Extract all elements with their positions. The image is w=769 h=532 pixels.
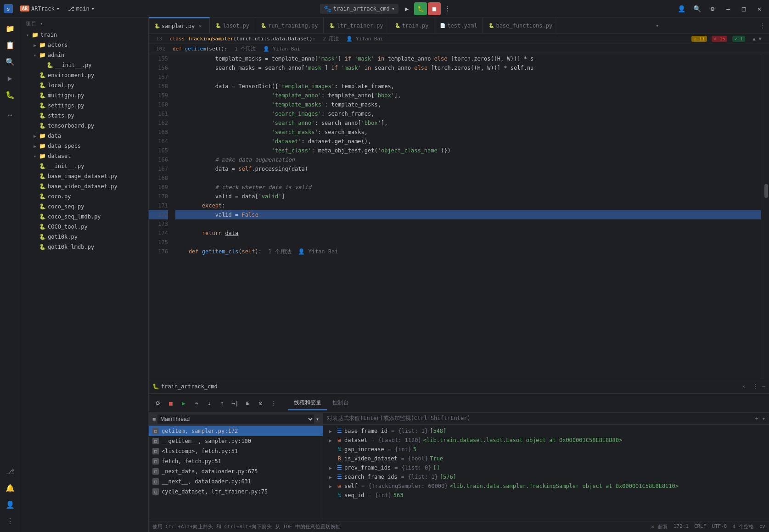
- debug-tab-threads[interactable]: 线程和变量: [288, 396, 327, 410]
- tab-more[interactable]: ▾: [652, 22, 662, 29]
- expand-search[interactable]: ▶: [327, 475, 334, 480]
- tree-item-admin[interactable]: ▾ 📁 admin: [20, 50, 148, 60]
- more-debug-btn[interactable]: ⋮: [268, 398, 279, 409]
- tree-item-actors[interactable]: ▶ 📁 actors: [20, 40, 148, 50]
- tab-sampler[interactable]: 🐍 sampler.py ✕: [149, 17, 210, 34]
- expand-prev[interactable]: ▶: [327, 465, 334, 470]
- sidebar-icon-find[interactable]: 🔍: [3, 54, 17, 69]
- add-watch-btn[interactable]: +: [755, 415, 758, 422]
- minimize-button[interactable]: —: [722, 3, 734, 15]
- var-dataset[interactable]: ▶ ⊞ dataset = {Lasot: 1120} <lib.train.d…: [323, 436, 769, 445]
- thread-selector[interactable]: MainThread: [157, 414, 314, 424]
- status-indent[interactable]: 4 个空格: [733, 523, 754, 530]
- sidebar-icon-more2[interactable]: ⋮: [3, 514, 17, 528]
- debug-tab-console[interactable]: 控制台: [327, 396, 354, 410]
- eval-settings-btn[interactable]: ▾: [762, 415, 765, 422]
- frame-item-5[interactable]: □ __next__, dataloader.py:631: [149, 476, 323, 487]
- stop-button[interactable]: ■: [428, 2, 441, 15]
- run-button[interactable]: ▶: [400, 2, 413, 15]
- frame-item-6[interactable]: □ cycle_dataset, ltr_trainer.py:75: [149, 487, 323, 497]
- sidebar-icon-run[interactable]: ▶: [3, 71, 17, 85]
- tree-item-got10k-lmdb[interactable]: 🐍 got10k_lmdb.py: [20, 242, 148, 252]
- tree-item-data[interactable]: ▶ 📁 data: [20, 131, 148, 141]
- vcs-menu[interactable]: ⎇ main ▾: [64, 4, 98, 14]
- tree-item-multigpu[interactable]: 🐍 multigpu.py: [20, 90, 148, 101]
- step-into-btn[interactable]: ↓: [204, 398, 215, 409]
- frame-item-4[interactable]: □ _next_data, dataloader.py:675: [149, 466, 323, 476]
- status-encoding[interactable]: UTF-8: [712, 523, 727, 530]
- settings-icon[interactable]: ⚙: [707, 3, 718, 15]
- tree-item-coco-seq-lmdb[interactable]: 🐍 coco_seq_lmdb.py: [20, 212, 148, 222]
- sidebar-icon-project[interactable]: 📁: [3, 21, 17, 36]
- var-self[interactable]: ▶ ⊞ self = {TrackingSampler: 60000} <lib…: [323, 482, 769, 491]
- tree-item-dataset-init[interactable]: 🐍 __init__.py: [20, 161, 148, 171]
- step-out-btn[interactable]: ↑: [217, 398, 228, 409]
- resume-btn[interactable]: ▶: [178, 398, 189, 409]
- user-icon[interactable]: 👤: [675, 3, 687, 15]
- sidebar-icon-more1[interactable]: ⋯: [3, 107, 17, 122]
- var-is-video[interactable]: B is_video_dataset = {bool} True: [323, 454, 769, 463]
- sidebar-icon-notifications[interactable]: 🔔: [3, 481, 17, 495]
- var-gap-increase[interactable]: ℕ gap_increase = {int} 5: [323, 445, 769, 454]
- tree-item-train[interactable]: ▾ 📁 train: [20, 30, 148, 40]
- sidebar-icon-settings2[interactable]: 👤: [3, 497, 17, 512]
- tree-item-got10k[interactable]: 🐍 got10k.py: [20, 232, 148, 242]
- tree-item-local[interactable]: 🐍 local.py: [20, 80, 148, 90]
- file-tree-content[interactable]: ▾ 📁 train ▶ 📁 actors ▾ 📁 admin 🐍 __init_…: [20, 30, 148, 532]
- debug-expand[interactable]: —: [762, 383, 765, 390]
- stop-debug-btn[interactable]: ■: [165, 398, 176, 409]
- tree-item-base-image[interactable]: 🐍 base_image_dataset.py: [20, 171, 148, 181]
- tree-item-dataset[interactable]: ▾ 📁 dataset: [20, 151, 148, 161]
- tree-item-base-video[interactable]: 🐍 base_video_dataset.py: [20, 181, 148, 191]
- close-button[interactable]: ✕: [753, 3, 765, 15]
- step-over-btn[interactable]: ↷: [191, 398, 202, 409]
- expand-base-frame[interactable]: ▶: [327, 429, 334, 434]
- more-run-options[interactable]: ⋮: [442, 3, 454, 15]
- expand-dataset[interactable]: ▶: [327, 438, 334, 443]
- tab-run-training[interactable]: 🐍 run_training.py: [255, 17, 324, 34]
- editor-scrollbar[interactable]: [761, 54, 769, 379]
- mute-breakpoints-btn[interactable]: ⊘: [255, 398, 266, 409]
- status-crlf[interactable]: CRLF: [694, 523, 707, 530]
- tab-train[interactable]: 🐍 train.py: [389, 17, 435, 34]
- var-base-frame-id[interactable]: ▶ ☰ base_frame_id = {list: 1} [548]: [323, 426, 769, 436]
- expand-self[interactable]: ▶: [327, 484, 334, 489]
- tree-item-data-specs[interactable]: ▶ 📁 data_specs: [20, 141, 148, 151]
- tree-item-coco[interactable]: 🐍 coco.py: [20, 191, 148, 202]
- sidebar-icon-git[interactable]: ⎇: [3, 464, 17, 479]
- maximize-button[interactable]: □: [738, 3, 750, 15]
- var-search-frame-ids[interactable]: ▶ ☰ search_frame_ids = {list: 1} [576]: [323, 472, 769, 482]
- var-prev-frame-ids[interactable]: ▶ ☰ prev_frame_ids = {list: 0} []: [323, 463, 769, 472]
- sidebar-icon-vcs[interactable]: 📋: [3, 38, 17, 52]
- tree-item-environment[interactable]: 🐍 environment.py: [20, 70, 148, 80]
- frame-item-2[interactable]: □ <listcomp>, fetch.py:51: [149, 446, 323, 456]
- tab-sampler-close[interactable]: ✕: [196, 22, 204, 30]
- run-to-cursor-btn[interactable]: →|: [230, 398, 241, 409]
- debug-button[interactable]: 🐛: [414, 2, 427, 15]
- tab-base-functions[interactable]: 🐍 base_functions.py: [483, 17, 558, 34]
- status-position[interactable]: 172:1: [674, 523, 689, 530]
- sidebar-icon-debug[interactable]: 🐛: [3, 87, 17, 102]
- evaluate-btn[interactable]: ⊞: [242, 398, 253, 409]
- frame-item-3[interactable]: □ fetch, fetch.py:51: [149, 456, 323, 466]
- code-content[interactable]: template_masks = template_anno['mask'] i…: [172, 54, 761, 379]
- var-seq-id[interactable]: ℕ seq_id = {int} 563: [323, 491, 769, 500]
- frame-item-0[interactable]: □ getitem, sampler.py:172: [149, 426, 323, 436]
- tab-ltr-trainer[interactable]: 🐍 ltr_trainer.py: [324, 17, 389, 34]
- app-menu[interactable]: AR ARTrack ▾: [17, 4, 63, 14]
- debug-minimize[interactable]: ⋮: [753, 383, 758, 390]
- tree-item-init-py[interactable]: 🐍 __init__.py: [20, 60, 148, 70]
- tab-options[interactable]: ⋮: [756, 22, 769, 29]
- tree-item-coco-tool[interactable]: 🐍 COCO_tool.py: [20, 222, 148, 232]
- tree-item-coco-seq[interactable]: 🐍 coco_seq.py: [20, 202, 148, 212]
- tree-item-stats[interactable]: 🐍 stats.py: [20, 111, 148, 121]
- debug-panel-close[interactable]: ✕: [740, 383, 747, 390]
- status-lang[interactable]: cv: [759, 523, 765, 530]
- tree-item-settings[interactable]: 🐍 settings.py: [20, 101, 148, 111]
- run-config-selector[interactable]: 🐾 train_artrack_cmd ▾: [320, 4, 399, 14]
- tab-test-yaml[interactable]: 📄 test.yaml: [434, 17, 483, 34]
- tree-item-tensorboard[interactable]: 🐍 tensorboard.py: [20, 121, 148, 131]
- close-hint[interactable]: ✕: [651, 524, 654, 530]
- restart-debug-btn[interactable]: ⟳: [152, 398, 163, 409]
- tab-lasot[interactable]: 🐍 lasot.py: [210, 17, 255, 34]
